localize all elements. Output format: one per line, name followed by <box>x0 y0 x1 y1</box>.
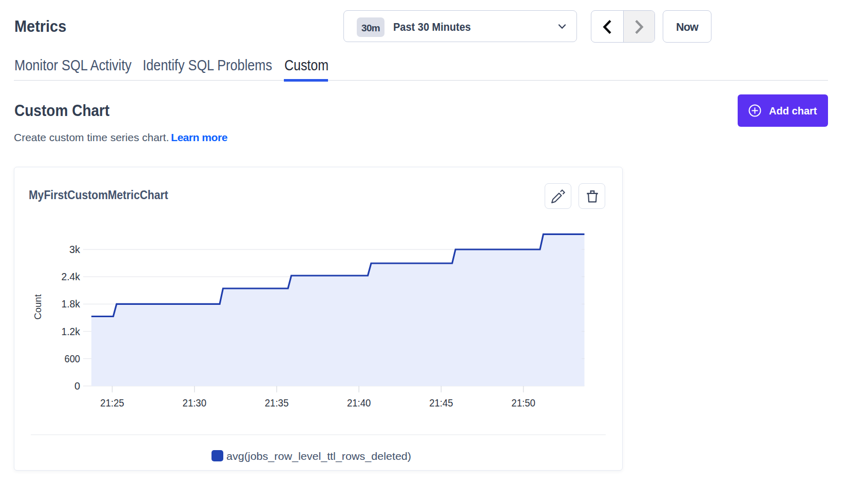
svg-text:21:25: 21:25 <box>100 397 124 409</box>
svg-text:21:35: 21:35 <box>265 397 289 409</box>
svg-text:600: 600 <box>65 353 81 364</box>
svg-text:1.2k: 1.2k <box>62 326 81 337</box>
svg-text:21:30: 21:30 <box>183 397 207 409</box>
svg-text:21:45: 21:45 <box>429 397 453 409</box>
svg-text:21:50: 21:50 <box>511 397 535 409</box>
svg-text:0: 0 <box>74 380 80 392</box>
svg-text:avg(jobs_row_level_ttl_rows_de: avg(jobs_row_level_ttl_rows_deleted) <box>226 450 411 462</box>
svg-text:1.8k: 1.8k <box>62 298 81 309</box>
svg-text:2.4k: 2.4k <box>62 271 81 282</box>
svg-text:3k: 3k <box>69 244 81 255</box>
svg-text:Count: Count <box>32 294 43 319</box>
svg-text:21:40: 21:40 <box>347 397 371 409</box>
